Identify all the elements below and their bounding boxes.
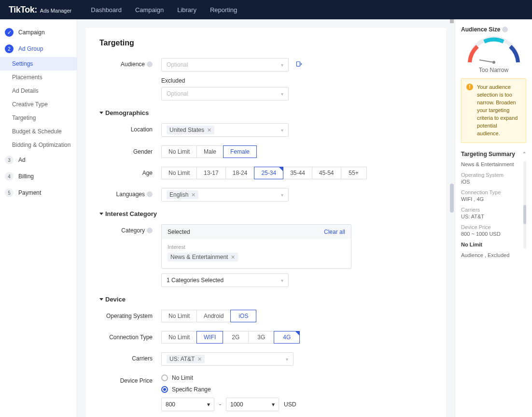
summary-value: No Limit <box>461 242 522 247</box>
category-selected-header: Selected <box>168 229 190 235</box>
step-number: 2 <box>5 44 14 53</box>
summary-key: Device Price <box>461 224 522 230</box>
location-tag: United States✕ <box>167 126 214 134</box>
step-label: Payment <box>18 189 41 196</box>
conn-wifi[interactable]: WIFI <box>196 331 223 344</box>
subitem-settings[interactable]: Settings <box>0 57 77 71</box>
summary-toggle[interactable]: Targeting Summary ⌃ <box>461 151 526 158</box>
warning-box: ! Your audience selection is too narrow.… <box>461 78 526 143</box>
clear-all-button[interactable]: Clear all <box>324 229 345 235</box>
label-os: Operating System <box>99 310 161 319</box>
step-payment[interactable]: 5 Payment <box>0 185 77 201</box>
main-scrollbar[interactable] <box>449 19 455 417</box>
gender-female[interactable]: Female <box>223 145 257 158</box>
price-specific-range-radio[interactable]: Specific Range <box>161 386 296 393</box>
brand: TikTok: Ads Manager <box>9 5 71 15</box>
brand-logo: TikTok: <box>9 5 37 15</box>
summary-value: US: AT&T <box>461 214 522 219</box>
audience-size-title: Audience Size <box>461 26 526 33</box>
connection-group: No Limit WIFI 2G 3G 4G <box>161 331 300 344</box>
scrollbar-thumb[interactable] <box>523 205 526 224</box>
upload-icon[interactable] <box>295 61 302 69</box>
label-device-price: Device Price <box>99 374 161 384</box>
subitem-creative-type[interactable]: Creative Type <box>0 98 77 111</box>
languages-select[interactable]: English✕ ▾ <box>161 188 289 201</box>
section-device[interactable]: Device <box>99 296 433 303</box>
age-group: No Limit 13-17 18-24 25-34 35-44 45-54 5… <box>161 167 367 179</box>
conn-no-limit[interactable]: No Limit <box>161 331 197 344</box>
subitem-bidding-optimization[interactable]: Bidding & Optimization <box>0 138 77 152</box>
price-max-input[interactable]: 1000▾ <box>226 398 279 411</box>
caret-down-icon <box>99 298 103 301</box>
age-18-24[interactable]: 18-24 <box>225 167 255 179</box>
age-13-17[interactable]: 13-17 <box>196 167 226 179</box>
nav-reporting[interactable]: Reporting <box>210 6 237 14</box>
category-dropdown[interactable]: 1 Categories Selected ▾ <box>161 273 289 287</box>
currency-label: USD <box>284 401 296 408</box>
sidebar: ✓ Campaign 2 Ad Group Settings Placement… <box>0 19 77 417</box>
price-min-input[interactable]: 800▾ <box>161 398 214 411</box>
warning-icon: ! <box>466 84 473 90</box>
chevron-down-icon: ▾ <box>207 401 210 408</box>
summary-value: WIFI , 4G <box>461 196 522 202</box>
nav-library[interactable]: Library <box>177 6 196 14</box>
age-45-54[interactable]: 45-54 <box>312 167 341 179</box>
step-billing[interactable]: 4 Billing <box>0 168 77 185</box>
conn-3g[interactable]: 3G <box>248 331 274 344</box>
remove-tag-icon[interactable]: ✕ <box>197 356 202 362</box>
brand-product: Ads Manager <box>40 8 71 14</box>
age-35-44[interactable]: 35-44 <box>283 167 312 179</box>
step-ad-group[interactable]: 2 Ad Group <box>0 41 77 57</box>
gender-male[interactable]: Male <box>196 145 224 158</box>
page-title: Targeting <box>99 39 433 47</box>
category-group-label: Interest <box>168 244 345 250</box>
location-select[interactable]: United States✕ ▾ <box>161 123 289 137</box>
conn-2g[interactable]: 2G <box>223 331 249 344</box>
excluded-select[interactable]: Optional ▾ <box>161 87 289 101</box>
conn-4g[interactable]: 4G <box>274 331 300 344</box>
remove-tag-icon[interactable]: ✕ <box>191 192 196 198</box>
step-label: Billing <box>18 173 34 180</box>
age-25-34[interactable]: 25-34 <box>254 167 283 179</box>
os-android[interactable]: Android <box>196 310 231 322</box>
subitem-budget-schedule[interactable]: Budget & Schedule <box>0 125 77 138</box>
category-box: Selected Clear all Interest News & Enter… <box>161 224 351 269</box>
label-gender: Gender <box>99 145 161 155</box>
remove-tag-icon[interactable]: ✕ <box>207 127 211 133</box>
price-no-limit-radio[interactable]: No Limit <box>161 374 296 381</box>
caret-down-icon <box>99 213 103 215</box>
chevron-down-icon: ▾ <box>281 91 283 97</box>
section-interest[interactable]: Interest Category <box>99 210 433 217</box>
carriers-select[interactable]: US: AT&T✕ ▾ <box>161 352 294 366</box>
placeholder-text: Optional <box>167 61 188 68</box>
subitem-targeting[interactable]: Targeting <box>0 111 77 125</box>
label-excluded: Excluded <box>161 77 289 84</box>
step-number: 4 <box>5 172 14 181</box>
nav-dashboard[interactable]: Dashboard <box>91 6 122 14</box>
os-ios[interactable]: iOS <box>230 310 256 322</box>
label-audience: Audience <box>99 58 161 68</box>
interest-tag: News & Entertainment✕ <box>168 253 238 261</box>
subitem-ad-details[interactable]: Ad Details <box>0 84 77 98</box>
summary-scrollbar[interactable] <box>523 161 526 248</box>
dropdown-value: 1 Categories Selected <box>167 277 224 284</box>
summary-title: Targeting Summary <box>461 151 515 158</box>
step-campaign[interactable]: ✓ Campaign <box>0 24 77 41</box>
summary-list: News & Entertainment Operating SystemiOS… <box>461 161 526 258</box>
section-demographics[interactable]: Demographics <box>99 109 433 116</box>
label-carriers: Carriers <box>99 352 161 362</box>
info-icon <box>147 61 153 67</box>
step-ad[interactable]: 3 Ad <box>0 152 77 168</box>
nav-campaign[interactable]: Campaign <box>135 6 164 14</box>
audience-select[interactable]: Optional ▾ <box>161 58 289 72</box>
scrollbar-thumb[interactable] <box>450 184 454 213</box>
summary-value: iOS <box>461 179 522 185</box>
os-no-limit[interactable]: No Limit <box>161 310 197 322</box>
gender-no-limit[interactable]: No Limit <box>161 145 197 158</box>
chevron-down-icon: ▾ <box>272 401 275 408</box>
age-no-limit[interactable]: No Limit <box>161 167 197 179</box>
age-55[interactable]: 55+ <box>341 167 367 179</box>
chevron-down-icon: ▾ <box>281 62 283 68</box>
subitem-placements[interactable]: Placements <box>0 71 77 84</box>
remove-tag-icon[interactable]: ✕ <box>231 254 235 260</box>
